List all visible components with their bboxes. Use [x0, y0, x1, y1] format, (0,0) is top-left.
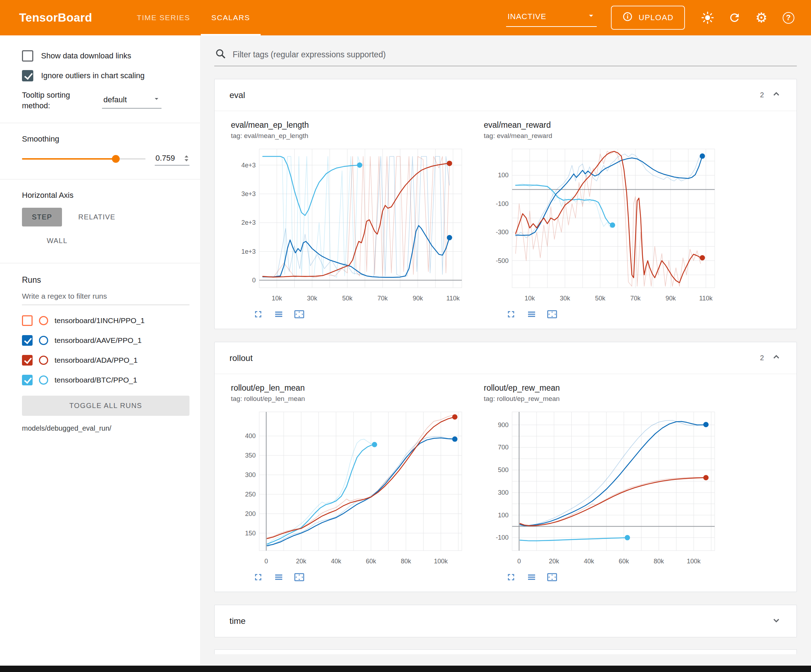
main-content: eval 2 eval/mean_ep_length tag: eval/mea… [200, 36, 811, 665]
tooltip-sorting-value: default [103, 95, 127, 104]
stepper-arrows-icon[interactable] [184, 155, 189, 162]
horizontal-axis-buttons: STEP RELATIVE WALL [22, 208, 156, 250]
fullscreen-icon[interactable] [253, 572, 263, 582]
axis-step-button[interactable]: STEP [22, 208, 62, 227]
show-download-links-checkbox-row[interactable]: Show data download links [22, 50, 190, 62]
svg-text:0: 0 [265, 558, 268, 565]
checkbox-icon[interactable] [22, 70, 33, 81]
fullscreen-icon[interactable] [506, 572, 516, 582]
section-charts: rollout/ep_len_mean tag: rollout/ep_len_… [215, 374, 796, 592]
ignore-outliers-checkbox-row[interactable]: Ignore outliers in chart scaling [22, 70, 190, 81]
data-table-icon[interactable] [273, 309, 284, 320]
main-tabs: TIME SERIES SCALARS [126, 0, 261, 36]
svg-text:0: 0 [517, 558, 521, 565]
line-chart[interactable]: 10k30k50k70k90k110k-500-300-100100 [482, 143, 720, 306]
svg-text:60k: 60k [619, 558, 629, 565]
tooltip-sorting-label: Tooltip sorting method: [22, 90, 93, 111]
svg-text:70k: 70k [630, 295, 641, 302]
run-item-1inch[interactable]: tensorboard/1INCH/PPO_1 [22, 311, 190, 330]
fit-domain-icon[interactable] [294, 572, 305, 582]
section-title: eval [229, 90, 245, 100]
section-rollout-header[interactable]: rollout 2 [215, 342, 796, 374]
collapse-section-icon[interactable] [771, 89, 782, 101]
fit-domain-icon[interactable] [547, 309, 557, 320]
fit-domain-icon[interactable] [294, 309, 305, 320]
axis-wall-button[interactable]: WALL [37, 232, 78, 250]
checkbox-icon[interactable] [22, 50, 33, 62]
data-table-icon[interactable] [273, 572, 284, 582]
runs-filter-input[interactable] [22, 288, 190, 305]
chart-toolbar [253, 309, 474, 320]
tag-filter-input[interactable] [232, 49, 796, 60]
app-title: TensorBoard [19, 11, 92, 24]
svg-text:300: 300 [245, 471, 256, 479]
chart-tag: tag: eval/mean_ep_length [231, 132, 474, 140]
help-icon[interactable] [781, 11, 796, 25]
tab-time-series[interactable]: TIME SERIES [126, 0, 201, 36]
section-time-header[interactable]: time [215, 605, 796, 637]
svg-text:110k: 110k [699, 295, 713, 302]
header-icons [701, 11, 796, 25]
chart-tag: tag: eval/mean_reward [484, 132, 727, 140]
run-checkbox[interactable] [22, 375, 32, 385]
run-item-ada[interactable]: tensorboard/ADA/PPO_1 [22, 350, 190, 370]
run-item-aave[interactable]: tensorboard/AAVE/PPO_1 [22, 330, 190, 350]
divider [0, 123, 200, 123]
fullscreen-icon[interactable] [506, 309, 516, 320]
tab-scalars[interactable]: SCALARS [201, 0, 261, 36]
slider-thumb[interactable] [112, 155, 120, 163]
run-checkbox[interactable] [22, 355, 32, 366]
section-eval-header[interactable]: eval 2 [215, 79, 796, 111]
svg-text:0: 0 [252, 277, 256, 284]
section-title: time [229, 616, 246, 626]
axis-relative-button[interactable]: RELATIVE [68, 208, 126, 227]
fullscreen-icon[interactable] [253, 309, 263, 320]
data-table-icon[interactable] [526, 309, 537, 320]
svg-text:10k: 10k [271, 295, 282, 302]
run-checkbox[interactable] [22, 315, 32, 326]
run-checkbox[interactable] [22, 335, 32, 346]
status-dropdown[interactable]: INACTIVE [506, 8, 597, 27]
svg-text:40k: 40k [584, 558, 594, 565]
run-color-swatch [39, 336, 48, 345]
run-label: tensorboard/BTC/PPO_1 [54, 376, 137, 384]
svg-text:20k: 20k [296, 558, 307, 565]
svg-text:400: 400 [245, 432, 256, 440]
upload-button[interactable]: UPLOAD [611, 6, 685, 30]
slider-fill [22, 158, 116, 159]
svg-text:500: 500 [498, 466, 509, 474]
chart-panel-rollout-ep-len-mean: rollout/ep_len_mean tag: rollout/ep_len_… [229, 383, 474, 582]
toggle-all-runs-button[interactable]: TOGGLE ALL RUNS [22, 396, 190, 416]
chart-tag: tag: rollout/ep_len_mean [231, 395, 474, 403]
run-label: tensorboard/ADA/PPO_1 [54, 356, 138, 364]
refresh-icon[interactable] [728, 11, 741, 25]
line-chart[interactable]: 020k40k60k80k100k150200250300350400 [229, 406, 467, 569]
collapse-section-icon[interactable] [771, 352, 782, 364]
svg-text:20k: 20k [549, 558, 560, 565]
svg-text:-100: -100 [496, 534, 509, 541]
smoothing-slider[interactable] [22, 152, 146, 165]
line-chart[interactable]: 10k30k50k70k90k110k01e+32e+33e+34e+3 [229, 143, 467, 306]
settings-gear-icon[interactable] [754, 11, 769, 25]
run-item-btc[interactable]: tensorboard/BTC/PPO_1 [22, 370, 190, 390]
data-table-icon[interactable] [526, 572, 537, 582]
svg-text:100k: 100k [687, 558, 701, 565]
section-eval: eval 2 eval/mean_ep_length tag: eval/mea… [214, 79, 797, 329]
section-header-right [764, 615, 782, 627]
chart-panel-eval-mean-reward: eval/mean_reward tag: eval/mean_reward 1… [482, 120, 727, 320]
expand-section-icon[interactable] [771, 615, 782, 627]
tooltip-sorting-select[interactable]: default [102, 92, 161, 108]
status-dropdown-value: INACTIVE [507, 12, 546, 21]
svg-text:150: 150 [245, 530, 256, 537]
svg-text:90k: 90k [665, 295, 676, 302]
section-chart-count: 2 [760, 354, 764, 362]
fit-domain-icon[interactable] [547, 572, 557, 582]
section-header-right: 2 [760, 89, 782, 101]
runs-heading: Runs [22, 275, 190, 285]
help-circle [783, 12, 794, 24]
line-chart[interactable]: 020k40k60k80k100k-100100300500700900 [482, 406, 720, 569]
brightness-icon[interactable] [701, 11, 715, 25]
smoothing-value-input[interactable]: 0.759 [155, 152, 190, 166]
run-color-swatch [39, 355, 48, 365]
chart-tag: tag: rollout/ep_rew_mean [484, 395, 727, 403]
